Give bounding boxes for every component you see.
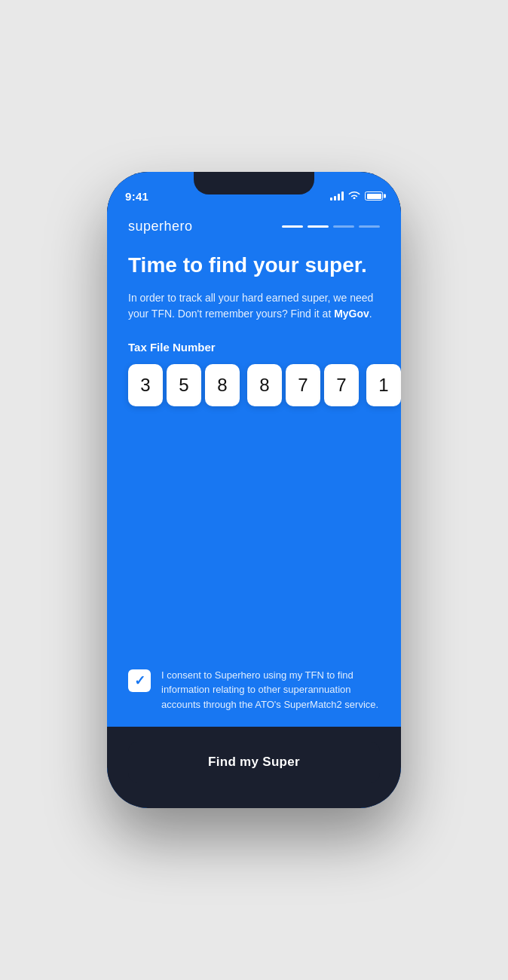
app-logo: superhero [128,219,193,234]
tfn-input-group[interactable]: 3 5 8 8 7 7 1 2 3 [128,364,380,406]
progress-dot-2 [308,225,329,228]
find-super-button[interactable]: Find my Super [128,742,380,782]
tfn-group-2[interactable]: 8 7 7 [247,364,359,406]
tfn-group-1[interactable]: 3 5 8 [128,364,240,406]
tfn-digit-4[interactable]: 8 [247,364,282,406]
progress-indicator [282,225,380,228]
phone-frame: 9:41 super [107,172,401,808]
tfn-digit-3[interactable]: 8 [205,364,240,406]
checkmark-icon: ✓ [134,672,145,689]
tfn-group-3[interactable]: 1 2 3 [366,364,401,406]
tfn-digit-2[interactable]: 5 [167,364,201,406]
page-title: Time to find your super. [128,253,380,278]
logo-row: superhero [128,216,380,234]
progress-dot-4 [359,225,380,228]
tfn-digit-7[interactable]: 1 [366,364,401,406]
status-icons [330,191,383,201]
tfn-digit-6[interactable]: 7 [324,364,359,406]
page-description: In order to track all your hard earned s… [128,290,380,323]
tfn-digit-1[interactable]: 3 [128,364,163,406]
phone-screen: 9:41 super [107,172,401,808]
signal-icon [330,191,344,201]
main-content: superhero Time to find your super. In or… [107,210,401,808]
bottom-action-area: Find my Super [107,727,401,808]
tfn-digit-5[interactable]: 7 [286,364,320,406]
status-time: 9:41 [125,190,148,203]
consent-text: I consent to Superhero using my TFN to f… [161,668,380,712]
consent-row: ✓ I consent to Superhero using my TFN to… [128,668,380,712]
consent-checkbox[interactable]: ✓ [128,669,151,692]
progress-dot-3 [333,225,354,228]
tfn-label: Tax File Number [128,341,380,354]
battery-icon [365,191,383,201]
wifi-icon [348,190,360,201]
progress-dot-1 [282,225,303,228]
notch [194,172,314,194]
mygov-link[interactable]: MyGov [334,308,369,320]
